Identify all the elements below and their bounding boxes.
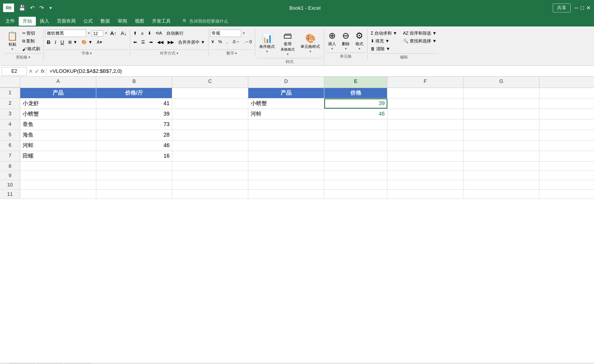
cut-button[interactable]: ✂ 剪切 — [21, 30, 42, 37]
cell-D3[interactable]: 河蚌 — [248, 109, 324, 119]
cell-G9[interactable] — [463, 171, 539, 180]
cell-styles-button[interactable]: 🎨 单元格样式 ▼ — [298, 30, 322, 57]
cell-D6[interactable] — [248, 141, 324, 151]
close-button[interactable]: ✕ — [586, 5, 591, 11]
font-color-button[interactable]: A▾ — [95, 39, 103, 46]
menu-review[interactable]: 审阅 — [114, 17, 131, 26]
cell-A6[interactable]: 河蚌 — [20, 141, 96, 151]
font-name-dropdown[interactable]: ▼ — [87, 32, 90, 35]
cell-G8[interactable] — [463, 162, 539, 171]
cell-C5[interactable] — [172, 130, 248, 140]
cell-B5[interactable]: 28 — [96, 130, 172, 140]
cell-F5[interactable] — [387, 130, 463, 140]
number-format-dropdown[interactable]: ▼ — [242, 32, 246, 35]
cell-D7[interactable] — [248, 151, 324, 161]
share-button[interactable]: 共享 — [553, 4, 571, 12]
col-header-B[interactable]: B — [96, 77, 172, 88]
insert-button[interactable]: ⊕ 插入 ▼ — [326, 30, 338, 52]
cell-F4[interactable] — [387, 120, 463, 130]
cell-B10[interactable] — [96, 180, 172, 189]
cell-D5[interactable] — [248, 130, 324, 140]
customize-quick-access[interactable]: ▼ — [47, 5, 54, 11]
cell-A8[interactable] — [20, 162, 96, 171]
cell-B6[interactable]: 46 — [96, 141, 172, 151]
minimize-button[interactable]: ─ — [575, 5, 578, 11]
menu-file[interactable]: 文件 — [2, 17, 19, 26]
indent-increase-button[interactable]: ▶▶ — [166, 39, 175, 46]
cell-B9[interactable] — [96, 171, 172, 180]
cell-D11[interactable] — [248, 190, 324, 199]
cell-G2[interactable] — [463, 98, 539, 109]
cell-G1[interactable] — [463, 88, 539, 98]
cell-A2[interactable]: 小龙虾 — [20, 98, 96, 109]
cell-E9[interactable] — [324, 171, 387, 180]
cell-E11[interactable] — [324, 190, 387, 199]
cell-G7[interactable] — [463, 151, 539, 161]
cell-B2[interactable]: 41 — [96, 98, 172, 109]
row-num-7[interactable]: 7 — [0, 151, 20, 161]
cell-E3[interactable]: 46 — [324, 109, 387, 119]
cell-D8[interactable] — [248, 162, 324, 171]
fill-color-button[interactable]: 🎨 ▼ — [80, 39, 94, 46]
menu-page-layout[interactable]: 页面布局 — [53, 17, 80, 26]
cell-A1[interactable]: 产品 — [20, 88, 96, 98]
select-all-button[interactable] — [0, 77, 20, 88]
cell-E4[interactable] — [324, 120, 387, 130]
menu-formula[interactable]: 公式 — [80, 17, 97, 26]
row-num-6[interactable]: 6 — [0, 141, 20, 151]
cell-G11[interactable] — [463, 190, 539, 199]
cell-E1[interactable]: 价格 — [324, 88, 387, 98]
cell-D1[interactable]: 产品 — [248, 88, 324, 98]
formula-confirm-icon[interactable]: ✓ — [35, 68, 39, 74]
align-middle-button[interactable]: ≡ — [140, 30, 145, 37]
cell-D2[interactable]: 小螃蟹 — [248, 98, 324, 109]
autosum-button[interactable]: Σ 自动求和 ▼ — [369, 30, 399, 37]
cell-C9[interactable] — [172, 171, 248, 180]
formula-fx-icon[interactable]: fx — [41, 69, 44, 74]
row-num-1[interactable]: 1 — [0, 88, 20, 98]
cell-A9[interactable] — [20, 171, 96, 180]
border-button[interactable]: ⊞ ▼ — [67, 39, 79, 46]
cell-A11[interactable] — [20, 190, 96, 199]
comma-button[interactable]: , — [225, 39, 229, 45]
row-num-8[interactable]: 8 — [0, 162, 20, 171]
clear-button[interactable]: 🗑 清除 ▼ — [369, 45, 399, 53]
conditional-format-button[interactable]: 📊 条件格式 ▼ — [257, 30, 277, 57]
row-num-2[interactable]: 2 — [0, 98, 20, 109]
align-bottom-button[interactable]: ⬇ — [146, 30, 153, 37]
bold-button[interactable]: B — [45, 39, 52, 46]
menu-home[interactable]: 开始 — [19, 17, 36, 26]
delete-button[interactable]: ⊖ 删除 ▼ — [339, 30, 352, 52]
cell-E10[interactable] — [324, 180, 387, 189]
formula-input[interactable] — [48, 68, 592, 74]
save-button[interactable]: 💾 — [17, 4, 27, 12]
cell-F11[interactable] — [387, 190, 463, 199]
align-right-button[interactable]: ➡ — [148, 39, 154, 46]
cell-C11[interactable] — [172, 190, 248, 199]
font-size-dropdown[interactable]: ▼ — [104, 32, 108, 35]
row-num-3[interactable]: 3 — [0, 109, 20, 119]
cell-E2[interactable]: 39 — [324, 98, 387, 109]
currency-button[interactable]: ¥ — [210, 39, 216, 45]
fill-button[interactable]: ⬇ 填充 ▼ — [369, 37, 399, 45]
cell-C10[interactable] — [172, 180, 248, 189]
cell-C7[interactable] — [172, 151, 248, 161]
row-num-10[interactable]: 10 — [0, 180, 20, 189]
menu-view[interactable]: 视图 — [131, 17, 148, 26]
cell-F1[interactable] — [387, 88, 463, 98]
merge-center-button[interactable]: 合并并居中 ▼ — [177, 39, 207, 46]
wrap-text-button[interactable]: 自动换行 — [165, 30, 185, 37]
cell-F6[interactable] — [387, 141, 463, 151]
menu-data[interactable]: 数据 — [97, 17, 114, 26]
paste-button[interactable]: 📋 粘贴 ▼ — [5, 30, 20, 53]
cell-E6[interactable] — [324, 141, 387, 151]
align-left-button[interactable]: ⬅ — [132, 39, 138, 46]
col-header-A[interactable]: A — [20, 77, 96, 88]
cell-C4[interactable] — [172, 120, 248, 130]
cell-B1[interactable]: 价格/斤 — [96, 88, 172, 98]
cell-A4[interactable]: 章鱼 — [20, 120, 96, 130]
cell-F9[interactable] — [387, 171, 463, 180]
cell-G3[interactable] — [463, 109, 539, 119]
search-box[interactable]: 🔍 告诉我你想要做什么 — [182, 18, 228, 24]
col-header-E[interactable]: E — [324, 77, 387, 88]
